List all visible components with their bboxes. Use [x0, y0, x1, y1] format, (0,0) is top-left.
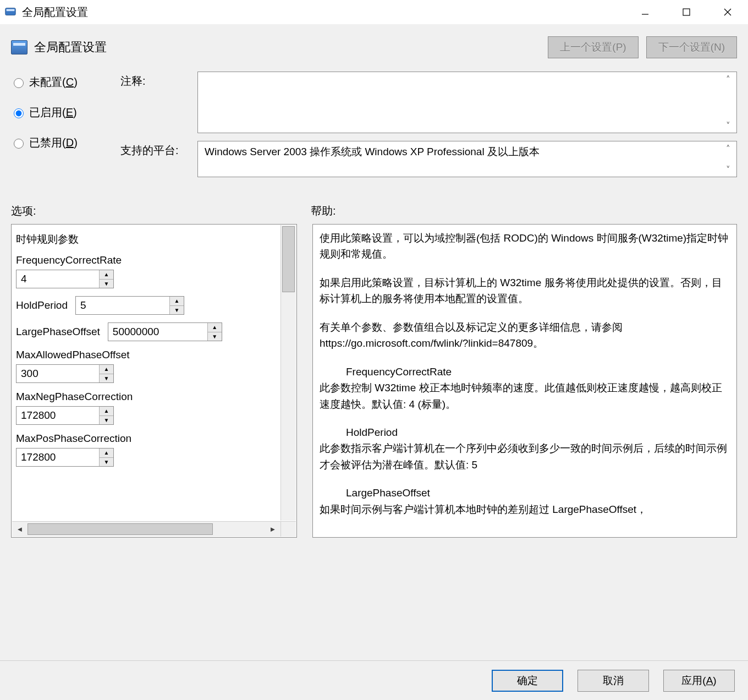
param-largephase-spinner[interactable]: ▲▼ [108, 322, 222, 341]
param-holdperiod-input[interactable] [76, 297, 169, 314]
help-section-label: 帮助: [311, 204, 737, 218]
spin-up-icon[interactable]: ▲ [100, 270, 113, 280]
ok-button[interactable]: 确定 [492, 670, 563, 692]
spin-up-icon[interactable]: ▲ [100, 449, 113, 458]
app-icon [4, 6, 16, 18]
platform-label: 支持的平台: [120, 141, 197, 158]
help-text: 有关单个参数、参数值组合以及标记定义的更多详细信息，请参阅 https://go… [320, 319, 730, 352]
spin-down-icon[interactable]: ▼ [100, 374, 113, 383]
radio-enabled-label: 已启用 [29, 106, 62, 118]
platform-scroll-up-icon[interactable]: ˄ [722, 143, 734, 155]
param-maxpos-label: MaxPosPhaseCorrection [16, 433, 276, 445]
spin-down-icon[interactable]: ▼ [170, 306, 184, 315]
scrollbar-corner [280, 521, 296, 537]
param-largephase-label: LargePhaseOffset [16, 326, 100, 338]
help-text: 使用此策略设置，可以为域控制器(包括 RODC)的 Windows 时间服务(W… [320, 230, 730, 262]
param-maxneg-input[interactable] [16, 407, 99, 424]
spin-down-icon[interactable]: ▼ [208, 332, 222, 341]
radio-disabled[interactable]: 已禁用(D) [11, 135, 107, 150]
help-panel: 使用此策略设置，可以为域控制器(包括 RODC)的 Windows 时间服务(W… [312, 224, 737, 538]
comment-scroll-up-icon[interactable]: ˄ [722, 73, 734, 85]
comment-label: 注释: [120, 72, 197, 89]
radio-disabled-label: 已禁用 [29, 136, 62, 149]
param-maxneg-label: MaxNegPhaseCorrection [16, 391, 276, 403]
title-bar: 全局配置设置 [0, 0, 748, 24]
platform-scroll-down-icon[interactable]: ˅ [722, 163, 734, 176]
cancel-button[interactable]: 取消 [578, 670, 649, 692]
help-text: 此参数指示客户端计算机在一个序列中必须收到多少一致的时间示例后，后续的时间示例才… [320, 440, 730, 473]
radio-disabled-input[interactable] [14, 139, 24, 149]
comment-textarea[interactable]: ˄ ˅ [197, 72, 737, 133]
param-freqcorrect-input[interactable] [16, 270, 99, 288]
policy-icon [11, 40, 28, 54]
param-maxallowed-spinner[interactable]: ▲▼ [16, 364, 114, 383]
options-vertical-scrollbar[interactable] [280, 225, 296, 521]
dialog-button-bar: 确定 取消 应用(A) [0, 660, 748, 700]
radio-not-configured-label: 未配置 [29, 76, 62, 88]
scroll-left-icon[interactable]: ◄ [12, 522, 28, 537]
param-freqcorrect-label: FrequencyCorrectRate [16, 254, 276, 266]
comment-scroll-down-icon[interactable]: ˅ [722, 119, 734, 132]
param-freqcorrect-spinner[interactable]: ▲▼ [16, 270, 114, 288]
spin-up-icon[interactable]: ▲ [100, 365, 113, 374]
close-button[interactable] [707, 0, 748, 24]
radio-not-configured-input[interactable] [14, 78, 24, 88]
options-panel: 时钟规则参数 FrequencyCorrectRate ▲▼ HoldPerio… [11, 224, 297, 538]
help-param-head: HoldPeriod [320, 424, 730, 440]
param-maxallowed-input[interactable] [16, 365, 99, 382]
help-text: 此参数控制 W32time 校正本地时钟频率的速度。此值越低则校正速度越慢，越高… [320, 380, 730, 412]
param-maxneg-spinner[interactable]: ▲▼ [16, 406, 114, 425]
spin-down-icon[interactable]: ▼ [100, 416, 113, 425]
scroll-right-icon[interactable]: ► [265, 522, 280, 537]
radio-enabled[interactable]: 已启用(E) [11, 105, 107, 120]
maximize-button[interactable] [666, 0, 707, 24]
help-text: 如果启用此策略设置，目标计算机上的 W32time 服务将使用此处提供的设置。否… [320, 275, 730, 307]
param-maxpos-spinner[interactable]: ▲▼ [16, 448, 114, 467]
help-param-head: LargePhaseOffset [320, 485, 730, 501]
window-title: 全局配置设置 [22, 5, 624, 20]
svg-rect-1 [7, 9, 15, 12]
policy-header: 全局配置设置 上一个设置(P) 下一个设置(N) [11, 24, 737, 68]
previous-setting-button[interactable]: 上一个设置(P) [548, 36, 639, 58]
apply-button[interactable]: 应用(A) [663, 670, 735, 692]
spin-up-icon[interactable]: ▲ [100, 407, 113, 416]
options-group-title: 时钟规则参数 [16, 232, 276, 247]
param-maxpos-input[interactable] [16, 449, 99, 466]
options-horizontal-scrollbar[interactable]: ◄ ► [12, 521, 280, 537]
radio-enabled-input[interactable] [14, 108, 24, 118]
spin-down-icon[interactable]: ▼ [100, 458, 113, 467]
param-holdperiod-label: HoldPeriod [16, 299, 68, 311]
help-param-head: FrequencyCorrectRate [320, 364, 730, 380]
radio-not-configured[interactable]: 未配置(C) [11, 75, 107, 90]
param-largephase-input[interactable] [108, 323, 207, 341]
spin-up-icon[interactable]: ▲ [170, 297, 184, 306]
spin-up-icon[interactable]: ▲ [208, 323, 222, 332]
help-text: 如果时间示例与客户端计算机本地时钟的差别超过 LargePhaseOffset， [320, 501, 730, 517]
state-radio-group: 未配置(C) 已启用(E) 已禁用(D) [11, 72, 107, 185]
param-holdperiod-spinner[interactable]: ▲▼ [75, 296, 184, 315]
policy-title: 全局配置设置 [34, 39, 540, 56]
platform-value: Windows Server 2003 操作系统或 Windows XP Pro… [205, 146, 540, 157]
minimize-button[interactable] [624, 0, 666, 24]
svg-rect-3 [683, 9, 690, 15]
param-maxallowed-label: MaxAllowedPhaseOffset [16, 349, 276, 361]
spin-down-icon[interactable]: ▼ [100, 280, 113, 288]
platform-box: Windows Server 2003 操作系统或 Windows XP Pro… [197, 141, 737, 177]
next-setting-button[interactable]: 下一个设置(N) [646, 36, 737, 58]
options-section-label: 选项: [11, 204, 311, 218]
